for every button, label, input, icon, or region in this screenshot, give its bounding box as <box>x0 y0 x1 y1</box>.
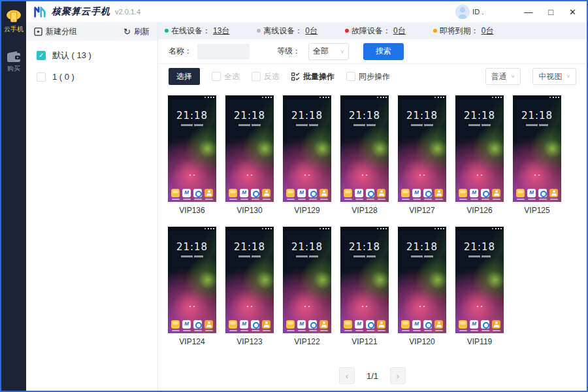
filter-row: 名称： 等级： 全部 ∨ 搜索 <box>158 39 587 64</box>
phone-dock <box>225 189 274 200</box>
browser-app-icon <box>366 189 374 197</box>
browser-app-icon <box>251 320 259 329</box>
phone-dock <box>340 189 389 200</box>
sidebar-item-cloud-phone[interactable]: 云手机 <box>4 9 24 34</box>
phone-card[interactable]: 21:18VIP130 <box>225 95 274 215</box>
search-button[interactable]: 搜索 <box>363 43 404 60</box>
phone-card[interactable]: 21:18VIP125 <box>513 95 561 215</box>
sidebar-item-purchase[interactable]: 购买 <box>7 51 21 73</box>
status-value-link[interactable]: 0台 <box>305 25 318 37</box>
logo-app-icon <box>527 189 536 197</box>
minimize-button[interactable]: — <box>524 8 532 16</box>
phone-grid: 21:18VIP13621:18VIP13021:18VIP12921:18VI… <box>168 95 577 346</box>
contacts-app-icon <box>492 189 500 197</box>
phone-screen-thumbnail[interactable]: 21:18 <box>225 227 274 333</box>
phone-label: VIP136 <box>179 206 204 215</box>
phone-label: VIP121 <box>351 337 377 346</box>
yellow-app-icon <box>286 189 295 197</box>
phone-screen-thumbnail[interactable]: 21:18 <box>398 227 446 333</box>
batch-checklist-icon <box>291 73 300 81</box>
contacts-app-icon <box>492 320 500 329</box>
phone-card[interactable]: 21:18VIP136 <box>168 95 216 215</box>
select-button[interactable]: 选择 <box>169 68 200 85</box>
logo-app-icon <box>297 189 306 197</box>
phone-screen-thumbnail[interactable]: 21:18 <box>340 227 389 333</box>
fault-dot-icon <box>345 29 349 33</box>
refresh-button[interactable]: ↻ 刷新 <box>123 26 150 37</box>
phone-card[interactable]: 21:18VIP127 <box>398 95 446 215</box>
page-indicator-dots <box>340 174 389 176</box>
next-page-button[interactable]: › <box>390 367 406 384</box>
phone-clock: 21:18 <box>340 241 389 253</box>
phone-card[interactable]: 21:18VIP128 <box>340 95 389 215</box>
mode-select[interactable]: 普通 ∨ <box>485 68 521 85</box>
phone-card[interactable]: 21:18VIP122 <box>283 227 331 346</box>
sync-operation-checkbox[interactable]: 同步操作 <box>346 71 390 82</box>
wallet-icon <box>7 51 21 63</box>
phone-card[interactable]: 21:18VIP119 <box>455 227 504 346</box>
status-label: 故障设备： <box>351 25 391 37</box>
group-checkbox[interactable] <box>37 73 46 82</box>
contacts-app-icon <box>377 320 385 329</box>
phone-screen-thumbnail[interactable]: 21:18 <box>168 95 216 202</box>
phone-statusbar <box>340 227 389 231</box>
phone-date-text <box>411 124 433 126</box>
level-select-value: 全部 <box>313 46 329 57</box>
level-select[interactable]: 全部 ∨ <box>308 43 349 60</box>
group-panel: 新建分组 ↻ 刷新 默认 ( 13 ) 1 ( 0 ) <box>26 22 158 391</box>
phone-label: VIP122 <box>294 337 319 346</box>
phone-card[interactable]: 21:18VIP129 <box>283 95 331 215</box>
phone-clock: 21:18 <box>398 110 446 122</box>
invert-select-checkbox[interactable]: 反选 <box>252 71 280 82</box>
maximize-button[interactable]: □ <box>548 8 553 16</box>
phone-card[interactable]: 21:18VIP126 <box>455 95 504 215</box>
contacts-app-icon <box>377 189 385 197</box>
group-item-1[interactable]: 1 ( 0 ) <box>37 72 147 82</box>
phone-screen-thumbnail[interactable]: 21:18 <box>513 95 561 202</box>
phone-screen-thumbnail[interactable]: 21:18 <box>340 95 389 202</box>
group-checkbox[interactable] <box>37 51 46 60</box>
phone-clock: 21:18 <box>398 241 446 253</box>
chevron-down-icon: ∨ <box>566 74 570 79</box>
new-group-icon <box>34 27 42 36</box>
mode-select-value: 普通 <box>491 71 507 82</box>
nav-rail: 云手机 购买 <box>1 1 26 391</box>
phone-screen-thumbnail[interactable]: 21:18 <box>168 227 216 333</box>
contacts-app-icon <box>262 189 270 197</box>
view-select[interactable]: 中视图 ∨ <box>532 68 576 85</box>
phone-screen-thumbnail[interactable]: 21:18 <box>455 95 504 202</box>
phone-date-text <box>238 124 261 126</box>
phone-label: VIP125 <box>524 206 549 215</box>
phone-screen-thumbnail[interactable]: 21:18 <box>225 95 274 202</box>
phone-screen-thumbnail[interactable]: 21:18 <box>398 95 446 202</box>
page-indicator: 1/1 <box>367 371 378 381</box>
batch-operation-button[interactable]: 批量操作 <box>291 71 335 82</box>
phone-card[interactable]: 21:18VIP124 <box>168 227 216 346</box>
phone-screen-thumbnail[interactable]: 21:18 <box>283 95 331 202</box>
toolbar: 选择 全选 反选 <box>158 64 587 89</box>
user-id-group[interactable]: ID . <box>455 5 483 19</box>
name-input[interactable] <box>197 44 250 59</box>
phone-card[interactable]: 21:18VIP121 <box>340 227 389 346</box>
prev-page-button[interactable]: ‹ <box>339 367 355 384</box>
status-value-link[interactable]: 0台 <box>393 25 406 37</box>
titlebar: 核聚算云手机 v2.0.1.4 ID . — □ ✕ <box>26 1 587 22</box>
phone-clock: 21:18 <box>455 241 504 253</box>
select-all-checkbox[interactable]: 全选 <box>212 71 240 82</box>
phone-card[interactable]: 21:18VIP120 <box>398 227 446 346</box>
phone-clock: 21:18 <box>455 110 504 122</box>
new-group-button[interactable]: 新建分组 <box>34 26 77 37</box>
logo-app-icon <box>182 320 191 329</box>
avatar[interactable] <box>455 5 470 19</box>
phone-screen-thumbnail[interactable]: 21:18 <box>283 227 331 333</box>
status-value-link[interactable]: 13台 <box>213 25 229 37</box>
phone-dock <box>168 320 216 331</box>
refresh-icon: ↻ <box>123 27 131 37</box>
phone-statusbar <box>398 95 446 99</box>
status-value-link[interactable]: 0台 <box>482 25 494 37</box>
browser-app-icon <box>308 320 317 329</box>
close-button[interactable]: ✕ <box>569 8 576 16</box>
group-item-default[interactable]: 默认 ( 13 ) <box>37 50 147 61</box>
phone-screen-thumbnail[interactable]: 21:18 <box>455 227 504 333</box>
phone-card[interactable]: 21:18VIP123 <box>225 227 274 346</box>
